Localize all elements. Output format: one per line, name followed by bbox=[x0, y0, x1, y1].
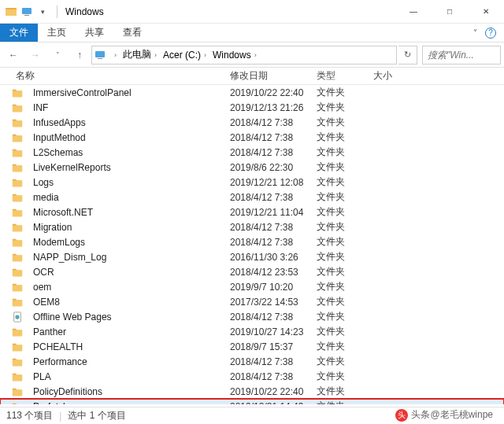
file-name: Performance bbox=[28, 356, 225, 367]
tab-view-label: 查看 bbox=[123, 26, 142, 39]
file-row[interactable]: NAPP_Dism_Log2016/11/30 3:26文件夹 bbox=[0, 249, 504, 264]
close-button[interactable]: ✕ bbox=[468, 0, 504, 23]
help-icon[interactable]: ? bbox=[485, 28, 496, 39]
column-name[interactable]: 名称 bbox=[11, 69, 225, 83]
refresh-button[interactable]: ↻ bbox=[398, 46, 417, 65]
chevron-down-icon: ˅ bbox=[473, 28, 477, 37]
chevron-right-icon: › bbox=[254, 51, 257, 59]
file-date: 2018/4/12 7:38 bbox=[225, 147, 312, 158]
file-type: 文件夹 bbox=[312, 370, 369, 383]
recent-locations-button[interactable]: ˅ bbox=[47, 45, 68, 65]
file-date: 2019/12/21 11:04 bbox=[225, 207, 312, 218]
file-type: 文件夹 bbox=[312, 190, 369, 204]
file-date: 2018/4/12 7:38 bbox=[225, 117, 312, 128]
file-row[interactable]: oem2019/9/7 10:20文件夹 bbox=[0, 279, 504, 294]
folder-icon bbox=[11, 176, 24, 189]
file-row[interactable]: PLA2018/4/12 7:38文件夹 bbox=[0, 369, 504, 384]
file-row[interactable]: Microsoft.NET2019/12/21 11:04文件夹 bbox=[0, 205, 504, 219]
file-type: 文件夹 bbox=[312, 160, 369, 174]
file-name: L2Schemas bbox=[28, 147, 225, 158]
breadcrumb-item-1[interactable]: Acer (C:)› bbox=[160, 46, 209, 64]
folder-icon bbox=[11, 161, 24, 174]
svg-rect-1 bbox=[6, 9, 17, 16]
qat-new-folder-icon[interactable] bbox=[20, 6, 33, 18]
breadcrumb-item-2[interactable]: Windows› bbox=[209, 46, 260, 64]
column-type[interactable]: 类型 bbox=[312, 69, 369, 83]
file-date: 2018/4/12 7:38 bbox=[225, 192, 312, 203]
folder-app-icon bbox=[5, 6, 17, 18]
file-date: 2018/9/7 15:37 bbox=[225, 341, 312, 352]
folder-icon bbox=[11, 296, 24, 308]
file-type: 文件夹 bbox=[312, 220, 369, 234]
folder-icon bbox=[11, 385, 24, 398]
file-date: 2018/4/12 7:38 bbox=[225, 312, 312, 323]
tab-share[interactable]: 共享 bbox=[76, 24, 113, 42]
file-name: Panther bbox=[28, 326, 225, 337]
file-row[interactable]: OEM82017/3/22 14:53文件夹 bbox=[0, 294, 504, 309]
file-type: 文件夹 bbox=[312, 265, 369, 278]
folder-icon bbox=[11, 101, 24, 114]
addressbar: ← → ˅ ↑ › 此电脑› Acer (C:)› Windows› ↻ bbox=[0, 42, 504, 68]
up-button[interactable]: ↑ bbox=[69, 45, 90, 65]
file-row[interactable]: Performance2018/4/12 7:38文件夹 bbox=[0, 354, 504, 369]
file-name: InputMethod bbox=[28, 132, 225, 143]
file-list[interactable]: ImmersiveControlPanel2019/10/22 22:40文件夹… bbox=[0, 85, 504, 404]
file-name: Prefetch bbox=[28, 401, 225, 405]
file-date: 2018/4/12 7:38 bbox=[225, 371, 312, 382]
file-row[interactable]: ModemLogs2018/4/12 7:38文件夹 bbox=[0, 234, 504, 249]
file-row[interactable]: PolicyDefinitions2019/10/22 22:40文件夹 bbox=[0, 384, 504, 399]
file-name: Logs bbox=[28, 177, 225, 188]
file-type: 文件夹 bbox=[312, 385, 369, 398]
ribbon-expand-button[interactable]: ˅ ? bbox=[465, 24, 504, 42]
file-name: NAPP_Dism_Log bbox=[28, 252, 225, 263]
folder-icon bbox=[11, 87, 24, 99]
file-row[interactable]: L2Schemas2018/4/12 7:38文件夹 bbox=[0, 145, 504, 160]
folder-icon bbox=[11, 266, 24, 278]
column-size[interactable]: 大小 bbox=[369, 69, 416, 83]
folder-icon bbox=[11, 221, 24, 234]
file-row[interactable]: media2018/4/12 7:38文件夹 bbox=[0, 190, 504, 205]
folder-icon bbox=[11, 400, 24, 405]
file-row[interactable]: PCHEALTH2018/9/7 15:37文件夹 bbox=[0, 339, 504, 354]
folder-icon bbox=[11, 251, 24, 264]
file-row[interactable]: Prefetch2019/12/21 14:49文件夹 bbox=[0, 399, 504, 404]
tab-view[interactable]: 查看 bbox=[113, 24, 151, 42]
file-type: 文件夹 bbox=[312, 325, 369, 338]
qat-dropdown-icon[interactable]: ▾ bbox=[36, 6, 49, 18]
file-row[interactable]: InfusedApps2018/4/12 7:38文件夹 bbox=[0, 115, 504, 130]
file-row[interactable]: Offline Web Pages2018/4/12 7:38文件夹 bbox=[0, 309, 504, 324]
file-type: 文件夹 bbox=[312, 310, 369, 323]
file-row[interactable]: LiveKernelReports2019/8/6 22:30文件夹 bbox=[0, 160, 504, 175]
maximize-button[interactable]: □ bbox=[432, 0, 468, 23]
svg-rect-5 bbox=[98, 58, 102, 59]
minimize-button[interactable]: — bbox=[395, 0, 432, 23]
status-total: 113 个项目 bbox=[6, 409, 53, 422]
search-input[interactable] bbox=[426, 49, 497, 61]
file-row[interactable]: Panther2019/10/27 14:23文件夹 bbox=[0, 324, 504, 339]
search-box[interactable] bbox=[422, 46, 501, 65]
window-controls: — □ ✕ bbox=[395, 0, 504, 23]
forward-button[interactable]: → bbox=[25, 45, 46, 65]
file-row[interactable]: OCR2018/4/12 23:53文件夹 bbox=[0, 264, 504, 279]
file-name: InfusedApps bbox=[28, 117, 225, 128]
file-row[interactable]: INF2019/12/13 21:26文件夹 bbox=[0, 100, 504, 115]
breadcrumb-root-icon[interactable] bbox=[94, 49, 106, 61]
tab-home[interactable]: 主页 bbox=[38, 24, 76, 42]
back-button[interactable]: ← bbox=[3, 45, 24, 65]
file-name: PLA bbox=[28, 371, 225, 382]
file-row[interactable]: ImmersiveControlPanel2019/10/22 22:40文件夹 bbox=[0, 85, 504, 100]
breadcrumb-item-0[interactable]: 此电脑› bbox=[120, 46, 160, 64]
tab-file[interactable]: 文件 bbox=[0, 24, 38, 42]
file-name: OEM8 bbox=[28, 297, 225, 308]
folder-icon bbox=[11, 116, 24, 129]
file-row[interactable]: Logs2019/12/21 12:08文件夹 bbox=[0, 175, 504, 190]
breadcrumb-root-sep[interactable]: › bbox=[108, 46, 120, 64]
column-date[interactable]: 修改日期 bbox=[225, 69, 312, 83]
file-date: 2018/4/12 7:38 bbox=[225, 237, 312, 248]
file-row[interactable]: InputMethod2018/4/12 7:38文件夹 bbox=[0, 130, 504, 145]
folder-icon bbox=[11, 341, 24, 353]
file-name: PCHEALTH bbox=[28, 341, 225, 352]
file-row[interactable]: Migration2018/4/12 7:38文件夹 bbox=[0, 219, 504, 234]
breadcrumb[interactable]: › 此电脑› Acer (C:)› Windows› bbox=[91, 46, 397, 65]
file-type: 文件夹 bbox=[312, 116, 369, 129]
